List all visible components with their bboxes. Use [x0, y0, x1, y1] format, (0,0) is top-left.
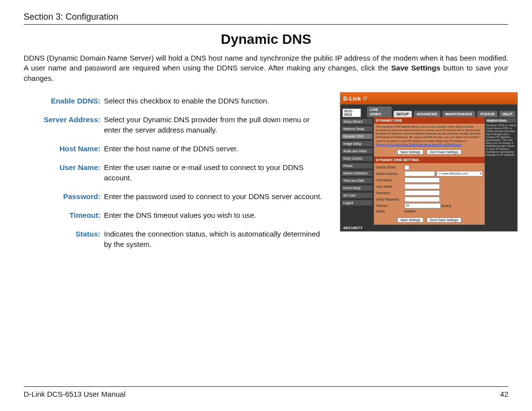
panel-title-dns: DYNAMIC DNS: [374, 117, 485, 124]
sidenav-item[interactable]: Entry Control: [341, 155, 373, 162]
form-row: Enable DDNS: [376, 165, 483, 170]
form-label: Server Address: [376, 172, 404, 175]
side-nav: Setup WizardNetwork SetupDynamic DNSImag…: [340, 117, 374, 225]
sidenav-item[interactable]: Image Setup: [341, 140, 373, 147]
definition-label: Host Name:: [24, 143, 103, 159]
definition-label: Status:: [24, 228, 103, 254]
tab-help[interactable]: HELP: [499, 111, 515, 117]
brand-bar: D-Link ///: [340, 93, 517, 104]
screenshot-panel: D-Link /// DCS-6513 LIVE VIDEOSETUPADVAN…: [340, 92, 518, 232]
center-panel: DYNAMIC DNS The Dynamic DNS feature allo…: [374, 117, 485, 225]
text-input[interactable]: [404, 197, 440, 202]
definition-desc: Indicates the connection status, which i…: [103, 228, 329, 254]
tab-status[interactable]: STATUS: [477, 111, 498, 117]
save-settings-button[interactable]: Save Settings: [397, 149, 424, 155]
sidenav-item[interactable]: Event Setup: [341, 185, 373, 191]
settings-form: Enable DDNSServer Address<< www.dlinkddn…: [374, 163, 485, 216]
definition-desc: Enter the DNS timeout values you wish to…: [103, 209, 329, 225]
form-row: Host Name: [376, 177, 483, 183]
text-input[interactable]: [404, 184, 440, 189]
page-title: Dynamic DNS: [24, 32, 508, 47]
save-settings-button-2[interactable]: Save Settings: [397, 217, 424, 223]
tab-maintenance[interactable]: MAINTENANCE: [442, 111, 475, 117]
form-row: StatusInactive: [376, 209, 483, 213]
text-input[interactable]: [404, 177, 440, 183]
brand-logo: D-Link: [343, 96, 361, 102]
form-label: Enable DDNS: [376, 166, 404, 169]
definition-label: User Name:: [24, 162, 103, 188]
sidenav-item[interactable]: Time and Date: [341, 177, 373, 184]
form-row: Timeout24 (hours): [376, 203, 483, 208]
text-input[interactable]: [404, 190, 440, 196]
form-row: Password: [376, 190, 483, 196]
server-address-select[interactable]: << www.dlinkddns.com: [436, 171, 483, 176]
server-address-input[interactable]: [404, 171, 435, 176]
panel-intro-text: The Dynamic DNS feature allows you to us…: [376, 125, 481, 142]
form-label: Password: [376, 191, 404, 195]
section-header: Section 3: Configuration: [24, 12, 508, 25]
definition-label: Timeout:: [24, 209, 103, 225]
input-suffix: (hours): [441, 204, 451, 207]
sidenav-item[interactable]: SD Card: [341, 192, 373, 199]
bottom-button-bar: Save Settings Don't Save Settings: [374, 216, 485, 225]
form-row: Server Address<< www.dlinkddns.com: [376, 171, 483, 176]
intro-paragraph: DDNS (Dynamic Domain Name Server) will h…: [24, 53, 508, 83]
help-panel: Helpful Hints.. Dynamic DNS is useful if…: [485, 117, 517, 225]
dont-save-settings-button[interactable]: Don't Save Settings: [427, 149, 462, 155]
form-row: Verify Password: [376, 197, 483, 202]
status-value: Inactive: [404, 209, 415, 213]
definition-label: Enable DDNS:: [24, 95, 103, 111]
help-text: Dynamic DNS is useful if you have a DSL …: [486, 124, 516, 156]
sidenav-item[interactable]: Motion Detection: [341, 170, 373, 176]
form-label: Timeout: [376, 204, 404, 207]
tab-setup[interactable]: SETUP: [394, 111, 412, 117]
sidenav-item[interactable]: Audio and Video: [341, 148, 373, 154]
definition-list: Enable DDNS:Select this checkbox to enab…: [24, 92, 329, 257]
definition-desc: Select your Dynamic DNS provider from th…: [103, 114, 329, 140]
form-label: Status: [376, 209, 404, 213]
form-row: User Name: [376, 184, 483, 189]
panel-intro-box: The Dynamic DNS feature allows you to us…: [374, 124, 485, 148]
definition-label: Password:: [24, 191, 103, 206]
enable-ddns-checkbox[interactable]: [404, 165, 409, 170]
tab-advanced[interactable]: ADVANCED: [414, 111, 440, 117]
sidenav-item[interactable]: Logout: [341, 200, 373, 206]
form-label: Verify Password: [376, 198, 404, 201]
brand-slash-icon: ///: [363, 96, 367, 101]
dont-save-settings-button-2[interactable]: Don't Save Settings: [427, 217, 462, 223]
definition-desc: Enter the host name of the DDNS server.: [103, 143, 329, 159]
sidenav-item[interactable]: Dynamic DNS: [341, 133, 373, 139]
definition-desc: Select this checkbox to enable the DDNS …: [103, 95, 329, 111]
help-title: Helpful Hints..: [486, 118, 516, 123]
footer-page-number: 42: [500, 390, 508, 398]
text-input[interactable]: 24: [404, 203, 441, 208]
security-footer-bar: SECURITY: [340, 225, 517, 231]
page-footer: D-Link DCS-6513 User Manual 42: [24, 386, 508, 398]
tab-bar: DCS-6513 LIVE VIDEOSETUPADVANCEDMAINTENA…: [340, 104, 517, 117]
device-model-label: DCS-6513: [342, 108, 361, 117]
sidenav-item[interactable]: Setup Wizard: [341, 118, 373, 125]
sidenav-item[interactable]: Network Setup: [341, 126, 373, 132]
top-button-bar: Save Settings Don't Save Settings: [374, 148, 485, 157]
footer-left: D-Link DCS-6513 User Manual: [24, 390, 126, 398]
form-label: Host Name: [376, 178, 404, 182]
tab-live-video[interactable]: LIVE VIDEO: [367, 106, 392, 117]
definition-label: Server Address:: [24, 114, 103, 140]
sidenav-item[interactable]: Preset: [341, 163, 373, 169]
intro-bold: Save Settings: [391, 64, 440, 72]
panel-title-setting: DYNAMIC DNS SETTING: [374, 157, 485, 163]
definition-desc: Enter the user name or e-mail used to co…: [103, 162, 329, 188]
form-label: User Name: [376, 185, 404, 188]
signup-link[interactable]: Sign up for D-Link's Free DDNS service a…: [376, 143, 462, 146]
definition-desc: Enter the password used to connect to yo…: [103, 191, 329, 206]
